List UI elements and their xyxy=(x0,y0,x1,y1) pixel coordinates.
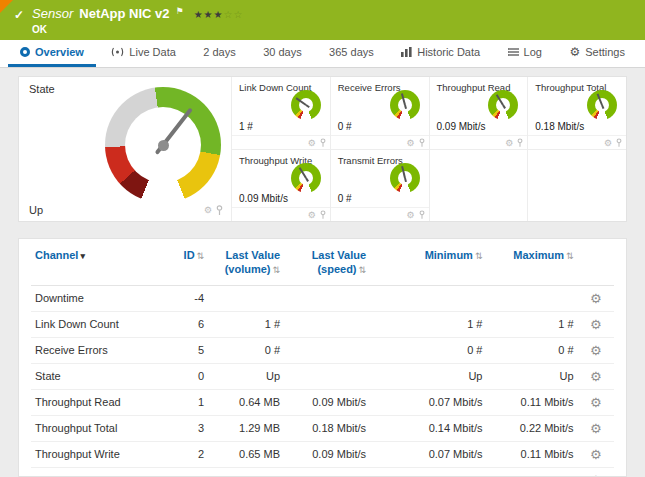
mini-gauge xyxy=(390,163,420,193)
channel-settings-gear-icon[interactable]: ⚙ xyxy=(578,415,614,441)
pin-icon[interactable] xyxy=(419,210,425,219)
column-header-id[interactable]: ID⇅ xyxy=(163,239,209,285)
tab-2-days[interactable]: 2 days xyxy=(191,40,247,67)
gear-icon[interactable]: ⚙ xyxy=(406,210,414,220)
channel-maximum xyxy=(486,285,577,311)
table-row: Throughput Read 1 0.64 MB 0.09 Mbit/s 0.… xyxy=(31,389,614,415)
gear-icon[interactable]: ⚙ xyxy=(204,205,212,215)
channel-minimum: 0 # xyxy=(370,467,486,477)
mini-footer-icons: ⚙ xyxy=(505,138,523,148)
sort-icon: ⇅ xyxy=(359,265,367,275)
gear-icon[interactable]: ⚙ xyxy=(505,138,513,148)
gear-icon[interactable]: ⚙ xyxy=(406,138,414,148)
channel-id: 3 xyxy=(163,415,209,441)
tab-historic-data[interactable]: Historic Data xyxy=(389,40,492,67)
object-kind-label: Sensor xyxy=(32,6,73,21)
sort-icon: ⇅ xyxy=(566,251,574,261)
tab-30-days[interactable]: 30 days xyxy=(251,40,314,67)
column-header-last-value-speed[interactable]: Last Value (speed)⇅ xyxy=(284,239,370,285)
channel-minimum: 0.14 Mbit/s xyxy=(370,415,486,441)
channel-settings-gear-icon[interactable]: ⚙ xyxy=(578,467,614,477)
channel-maximum: 0.11 Mbit/s xyxy=(486,389,577,415)
mini-footer-icons: ⚙ xyxy=(406,210,424,220)
pin-icon[interactable] xyxy=(320,210,326,219)
corner-flag-triangle xyxy=(0,0,13,13)
gear-icon[interactable]: ⚙ xyxy=(308,138,316,148)
gear-icon[interactable]: ⚙ xyxy=(604,138,612,148)
channel-last-value-speed xyxy=(284,363,370,389)
tab-log[interactable]: Log xyxy=(496,40,554,67)
mini-panel-throughput-write: Throughput Write 0.09 Mbit/s ⚙ xyxy=(231,149,330,221)
flag-icon: ⚑ xyxy=(176,6,184,16)
mini-footer: ⚙ xyxy=(232,207,330,221)
priority-stars-empty: ☆☆ xyxy=(224,9,244,20)
mini-value: 0.09 Mbit/s xyxy=(437,121,486,132)
channel-last-value-speed: 0.09 Mbit/s xyxy=(284,389,370,415)
channel-settings-gear-icon[interactable]: ⚙ xyxy=(578,285,614,311)
sensor-name[interactable]: NetApp NIC v2 xyxy=(79,6,169,21)
tab-live-data[interactable]: Live Data xyxy=(99,40,187,67)
priority-stars[interactable]: ★★★☆☆ xyxy=(194,9,244,20)
state-panel-footer: Up ⚙ xyxy=(29,204,223,216)
table-row: Link Down Count 6 1 # 1 # 1 # ⚙ xyxy=(31,311,614,337)
channel-last-value-volume: 1 # xyxy=(208,311,284,337)
channel-last-value-speed xyxy=(284,311,370,337)
channel-id: 2 xyxy=(163,441,209,467)
sort-icon: ⇅ xyxy=(272,265,280,275)
historic-data-chart-icon xyxy=(401,47,412,57)
mini-panel-throughput-read: Throughput Read 0.09 Mbit/s ⚙ xyxy=(429,77,528,149)
channel-name: Throughput Read xyxy=(31,389,163,415)
tab-label: Overview xyxy=(35,46,84,58)
gauges-card: State Up ⚙ Link Down Count xyxy=(18,76,627,222)
log-list-icon xyxy=(508,47,519,57)
channel-last-value-speed xyxy=(284,467,370,477)
sort-icon: ⇅ xyxy=(197,251,205,261)
channel-settings-gear-icon[interactable]: ⚙ xyxy=(578,441,614,467)
channel-maximum: Up xyxy=(486,363,577,389)
channel-id: 6 xyxy=(163,311,209,337)
status-badge: OK xyxy=(32,24,243,35)
pin-icon[interactable] xyxy=(320,138,326,147)
channel-maximum: 1 # xyxy=(486,311,577,337)
column-header-last-value-volume[interactable]: Last Value (volume)⇅ xyxy=(208,239,284,285)
mini-footer: ⚙ xyxy=(430,135,528,149)
channel-last-value-volume: 0.65 MB xyxy=(208,441,284,467)
mini-footer: ⚙ xyxy=(528,135,626,149)
column-header-minimum[interactable]: Minimum⇅ xyxy=(370,239,486,285)
channel-settings-gear-icon[interactable]: ⚙ xyxy=(578,389,614,415)
channel-settings-gear-icon[interactable]: ⚙ xyxy=(578,311,614,337)
mini-footer: ⚙ xyxy=(232,135,330,149)
pin-icon[interactable] xyxy=(216,205,223,215)
mini-footer-icons: ⚙ xyxy=(308,210,326,220)
state-panel-icons: ⚙ xyxy=(204,205,223,215)
tab-label: Live Data xyxy=(129,46,175,58)
tab-365-days[interactable]: 365 days xyxy=(317,40,386,67)
pin-icon[interactable] xyxy=(517,138,523,147)
mini-footer: ⚙ xyxy=(331,207,429,221)
channel-minimum: 0.07 Mbit/s xyxy=(370,389,486,415)
pin-icon[interactable] xyxy=(419,138,425,147)
state-gauge-hub xyxy=(158,140,169,151)
channel-settings-gear-icon[interactable]: ⚙ xyxy=(578,363,614,389)
gear-icon[interactable]: ⚙ xyxy=(308,210,316,220)
ok-check-icon: ✓ xyxy=(14,8,24,22)
mini-gauge xyxy=(390,90,420,120)
sensor-title-line: Sensor NetApp NIC v2 ⚑ ★★★☆☆ xyxy=(32,6,243,21)
channel-last-value-speed xyxy=(284,285,370,311)
pin-icon[interactable] xyxy=(616,138,622,147)
channel-name: Throughput Total xyxy=(31,415,163,441)
sensor-title-block: Sensor NetApp NIC v2 ⚑ ★★★☆☆ OK xyxy=(32,6,243,35)
column-header-channel[interactable]: Channel▾ xyxy=(31,239,163,285)
channel-maximum: 0 # xyxy=(486,337,577,363)
column-header-actions xyxy=(578,239,614,285)
mini-panel-transmit-errors: Transmit Errors 0 # ⚙ xyxy=(330,149,429,221)
tab-settings[interactable]: ⚙ Settings xyxy=(557,40,637,67)
channel-name: Downtime xyxy=(31,285,163,311)
tab-label: 30 days xyxy=(263,46,302,58)
channel-last-value-speed: 0.18 Mbit/s xyxy=(284,415,370,441)
mini-gauge-grid: Link Down Count 1 # ⚙ Receive Errors xyxy=(231,77,626,221)
channel-settings-gear-icon[interactable]: ⚙ xyxy=(578,337,614,363)
tab-overview[interactable]: Overview xyxy=(8,40,96,67)
column-header-maximum[interactable]: Maximum⇅ xyxy=(486,239,577,285)
mini-gauge xyxy=(587,90,617,120)
